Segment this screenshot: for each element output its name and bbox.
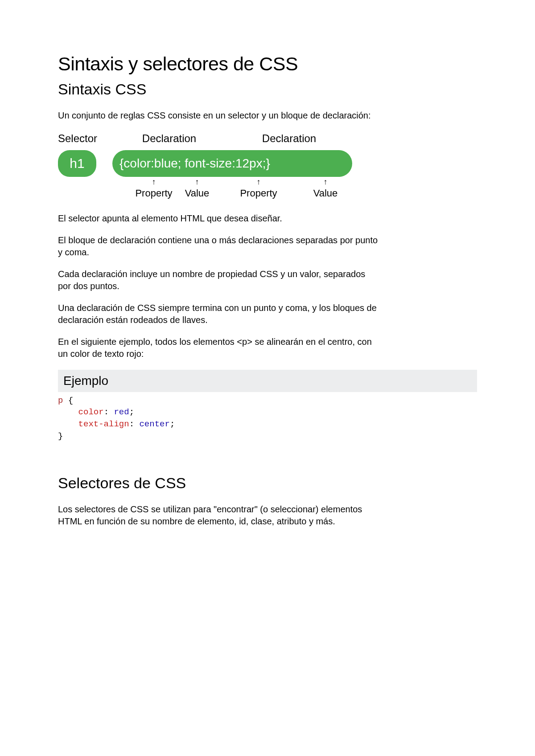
decl1-semicolon: ; bbox=[178, 155, 181, 172]
arrow-up-icon: ↑ bbox=[195, 178, 199, 187]
body-paragraph: El selector apunta al elemento HTML que … bbox=[58, 212, 379, 225]
diagram-selector-pill: h1 bbox=[58, 150, 96, 177]
decl2-semicolon: ; bbox=[263, 155, 266, 172]
body-paragraph: El bloque de declaración contiene una o … bbox=[58, 234, 379, 258]
body-paragraph: Cada declaración incluye un nombre de pr… bbox=[58, 268, 379, 292]
decl2-value: 12px bbox=[235, 155, 263, 172]
decl2-colon: : bbox=[232, 155, 235, 172]
diagram-label-value-2: ↑ Value bbox=[299, 178, 352, 200]
section-heading-syntax: Sintaxis CSS bbox=[58, 79, 477, 100]
body-paragraph: En el siguiente ejemplo, todos los eleme… bbox=[58, 336, 379, 360]
diagram-label-declaration-1: Declaration bbox=[112, 131, 226, 150]
example-heading: Ejemplo bbox=[58, 370, 477, 392]
body-paragraph: Los selectores de CSS se utilizan para "… bbox=[58, 503, 379, 527]
body-paragraph: Una declaración de CSS siempre termina c… bbox=[58, 302, 379, 326]
section-heading-selectors: Selectores de CSS bbox=[58, 473, 477, 494]
syntax-diagram: Selector Declaration Declaration h1 { co… bbox=[58, 131, 352, 200]
arrow-up-icon: ↑ bbox=[152, 178, 156, 187]
intro-paragraph: Un conjunto de reglas CSS consiste en un… bbox=[58, 110, 379, 122]
decl1-value: blue bbox=[154, 155, 178, 172]
code-block: p { color: red; text-align: center; } bbox=[58, 395, 477, 442]
diagram-label-selector: Selector bbox=[58, 131, 96, 150]
arrow-up-icon: ↑ bbox=[324, 178, 328, 187]
arrow-up-icon: ↑ bbox=[257, 178, 261, 187]
diagram-label-property-1: ↑ Property bbox=[132, 178, 176, 200]
brace-open: { bbox=[119, 155, 123, 172]
decl2-property: font-size bbox=[185, 155, 232, 172]
diagram-label-declaration-2: Declaration bbox=[226, 131, 352, 150]
decl-space bbox=[181, 155, 185, 172]
diagram-label-value-1: ↑ Value bbox=[176, 178, 218, 200]
diagram-label-property-2: ↑ Property bbox=[218, 178, 299, 200]
page-title: Sintaxis y selectores de CSS bbox=[58, 51, 477, 77]
brace-close: } bbox=[266, 155, 270, 172]
decl1-colon: : bbox=[151, 155, 154, 172]
diagram-declaration-pill: { color : blue ; font-size : 12px ; } bbox=[112, 150, 352, 177]
decl1-property: color bbox=[123, 155, 151, 172]
